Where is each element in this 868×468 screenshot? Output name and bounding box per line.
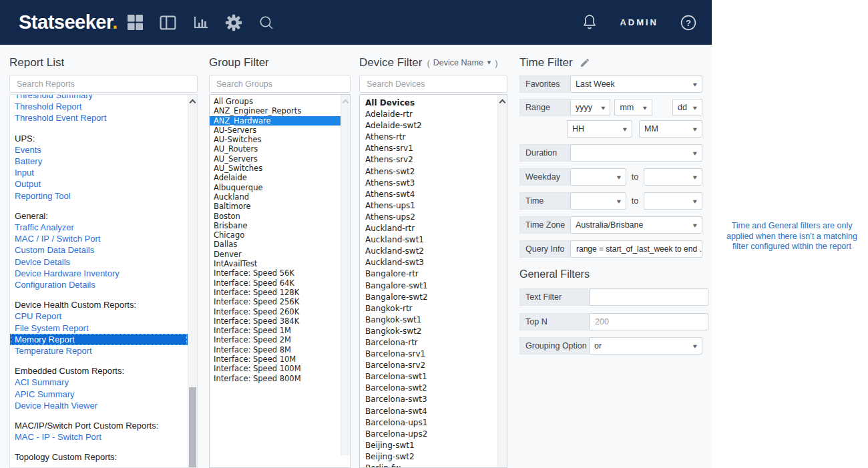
device-name-selector[interactable]: Device Name▼ [433, 58, 491, 67]
group-item[interactable]: ANZ_Engineer_Reports [210, 106, 341, 115]
device-item[interactable]: Athens-ups2 [360, 212, 498, 223]
device-item[interactable]: Beijing-swt2 [360, 451, 498, 463]
group-item[interactable]: AU-Servers [210, 126, 341, 135]
weekday-to-select[interactable]: ▼ [644, 168, 702, 186]
settings-gear-icon[interactable] [225, 14, 242, 31]
device-item[interactable]: Bangalore-swt1 [360, 280, 498, 292]
group-item[interactable]: Albuquerque [210, 183, 341, 192]
duration-select[interactable]: ▼ [570, 144, 702, 162]
edit-pencil-icon[interactable] [580, 57, 590, 68]
group-item[interactable]: AU-Switches [210, 135, 341, 144]
device-item[interactable]: Bangkok-swt1 [360, 314, 498, 326]
statseeker-logo[interactable]: Statseeker. [19, 11, 118, 33]
device-item[interactable]: Athens-rtr [360, 132, 498, 143]
device-item[interactable]: Athens-ups1 [360, 200, 498, 212]
group-item[interactable]: Interface: Speed 256K [210, 297, 341, 306]
device-item[interactable]: Adelaide-rtr [360, 109, 498, 120]
report-list-scrollbar[interactable] [188, 95, 197, 467]
top-n-input[interactable] [589, 313, 708, 330]
group-item[interactable]: IntAvailTest [210, 259, 341, 268]
device-item[interactable]: Auckland-swt3 [360, 257, 498, 268]
device-item[interactable]: Bangkok-rtr [360, 303, 498, 314]
scrollbar-thumb[interactable] [189, 387, 196, 468]
device-item[interactable]: Barcelona-swt1 [360, 371, 498, 383]
favorites-select[interactable]: Last Week▼ [570, 75, 702, 93]
report-item[interactable]: Output [10, 178, 188, 190]
report-item[interactable]: Input [10, 167, 188, 178]
device-item[interactable]: Athens-swt2 [360, 166, 498, 178]
group-item[interactable]: Denver [210, 250, 341, 259]
grouping-option-select[interactable]: or▼ [589, 337, 702, 355]
device-item[interactable]: Athens-swt4 [360, 189, 498, 200]
report-item[interactable]: Temperature Report [10, 345, 188, 357]
report-item[interactable]: Configuration Details [10, 279, 188, 290]
time-from-select[interactable]: ▼ [570, 192, 626, 210]
range-hour-select[interactable]: HH▼ [567, 120, 632, 138]
device-list-scrollbar[interactable] [497, 95, 507, 467]
report-item[interactable]: Threshold Report [10, 101, 188, 112]
group-item[interactable]: Interface: Speed 10M [210, 355, 341, 364]
device-item[interactable]: Athens-srv2 [360, 154, 498, 166]
device-item[interactable]: Barcelona-swt2 [360, 383, 498, 394]
report-item[interactable]: CPU Report [10, 310, 188, 322]
weekday-from-select[interactable]: ▼ [570, 168, 626, 186]
group-item[interactable]: Interface: Speed 100M [210, 364, 341, 373]
device-item[interactable]: Adelaide-swt2 [360, 120, 498, 132]
group-item[interactable]: Boston [210, 212, 341, 221]
group-item[interactable]: Interface: Speed 1M [210, 326, 341, 335]
device-item[interactable]: Barcelona-swt3 [360, 394, 498, 405]
apps-grid-icon[interactable] [127, 14, 144, 31]
device-item[interactable]: Barcelona-ups1 [360, 417, 498, 429]
report-item[interactable]: Custom Data Details [10, 244, 188, 256]
device-item[interactable]: Bangalore-rtr [360, 268, 498, 280]
layout-panels-icon[interactable] [160, 14, 177, 31]
group-item[interactable]: Interface: Speed 800M [210, 374, 341, 383]
help-icon[interactable]: ? [680, 14, 697, 31]
device-search-input[interactable] [359, 75, 507, 93]
range-minute-select[interactable]: MM▼ [639, 120, 702, 138]
report-item[interactable]: Threshold Summary [10, 94, 188, 101]
device-item[interactable]: Bangkok-swt2 [360, 326, 498, 337]
group-item[interactable]: AU_Switches [210, 164, 341, 173]
group-item[interactable]: Interface: Speed 2M [210, 335, 341, 344]
group-item[interactable]: ANZ_Hardware [210, 116, 341, 126]
report-item[interactable]: Traffic Analyzer [10, 222, 188, 233]
time-to-select[interactable]: ▼ [644, 192, 702, 210]
group-item[interactable]: Auckland [210, 192, 341, 202]
report-item[interactable]: MAC / IP / Switch Port [10, 233, 188, 244]
range-year-select[interactable]: yyyy▼ [570, 99, 610, 116]
report-item[interactable]: Device Health Viewer [10, 400, 188, 411]
search-icon[interactable] [258, 14, 275, 31]
device-item[interactable]: All Devices [360, 97, 498, 109]
range-month-select[interactable]: mm▼ [614, 99, 652, 116]
device-item[interactable]: Barcelona-ups2 [360, 429, 498, 440]
device-item[interactable]: Berlin-fw [360, 463, 498, 468]
group-list-scrollbar[interactable] [341, 95, 350, 455]
group-item[interactable]: AU_Routers [210, 144, 341, 154]
group-item[interactable]: Adelaide [210, 173, 341, 182]
report-item[interactable]: Battery [10, 156, 188, 167]
report-item[interactable]: APIC Summary [10, 389, 188, 400]
device-item[interactable]: Barcelona-rtr [360, 337, 498, 348]
timezone-select[interactable]: Australia/Brisbane▼ [570, 216, 702, 234]
group-item[interactable]: All Groups [210, 97, 341, 106]
notifications-bell-icon[interactable] [581, 14, 598, 31]
report-item[interactable]: File System Report [10, 322, 188, 334]
device-item[interactable]: Auckland-swt1 [360, 234, 498, 246]
device-item[interactable]: Beijing-swt1 [360, 440, 498, 451]
device-item[interactable]: Auckland-rtr [360, 223, 498, 234]
group-item[interactable]: Interface: Speed 8M [210, 345, 341, 355]
group-item[interactable]: Interface: Speed 384K [210, 316, 341, 326]
bar-chart-icon[interactable] [192, 14, 210, 31]
device-item[interactable]: Barcelona-srv2 [360, 360, 498, 371]
report-item[interactable]: Device Hardware Inventory [10, 268, 188, 279]
device-item[interactable]: Athens-swt3 [360, 178, 498, 189]
report-item[interactable]: Events [10, 144, 188, 156]
group-item[interactable]: Brisbane [210, 221, 341, 230]
device-item[interactable]: Barcelona-srv1 [360, 348, 498, 360]
report-search-input[interactable] [9, 75, 198, 93]
group-item[interactable]: Interface: Speed 128K [210, 288, 341, 297]
device-item[interactable]: Athens-srv1 [360, 143, 498, 154]
group-search-input[interactable] [209, 75, 351, 93]
report-item[interactable]: Device Details [10, 256, 188, 268]
